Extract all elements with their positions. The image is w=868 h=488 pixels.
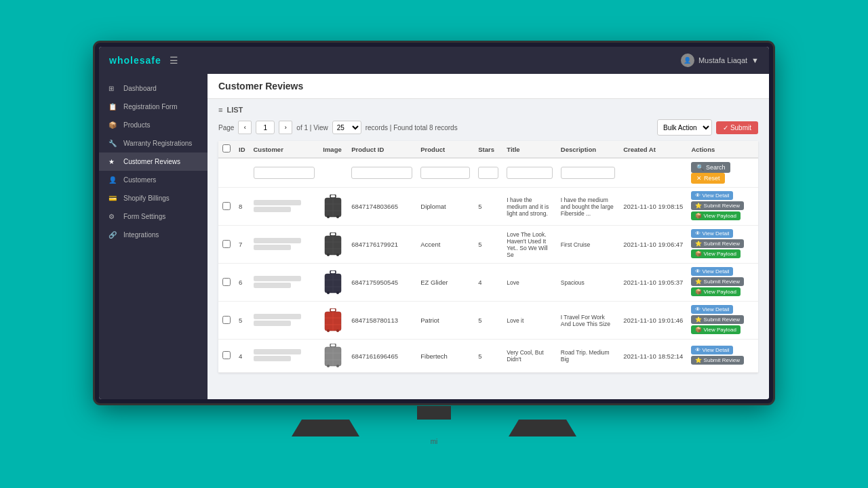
warranty-icon: 🔧 (108, 140, 118, 147)
sidebar-item-warranty[interactable]: 🔧 Warranty Registrations (99, 134, 208, 152)
row-stars: 5 (474, 188, 502, 226)
luggage-svg (323, 344, 342, 368)
tv-brand-label: mi (431, 438, 438, 445)
action-view-detail-button[interactable]: 👁 View Detail (691, 229, 733, 238)
tv-legs (292, 420, 576, 436)
toolbar-right: Bulk Action Delete Approve Reject Submit (657, 119, 758, 136)
product-id-search-input[interactable] (351, 167, 412, 179)
reviews-icon: ★ (108, 158, 118, 165)
svg-point-11 (336, 253, 339, 256)
product-search-input[interactable] (420, 167, 470, 179)
action-view-detail-button[interactable]: 👁 View Detail (691, 267, 733, 276)
toolbar-left: Page ‹ › of 1 | View 25 50 100 (218, 121, 458, 134)
row-checkbox[interactable] (222, 240, 231, 248)
sidebar-item-customers[interactable]: 👤 Customers (99, 171, 208, 189)
top-bar: wholesafe ☰ 👤 Mustafa Liaqat ▼ (99, 47, 769, 74)
row-product: EZ Glider (416, 264, 474, 302)
row-checkbox[interactable] (222, 351, 231, 359)
action-submit-review-button[interactable]: ⭐ Submit Review (691, 277, 744, 286)
table-row: 8 (218, 188, 758, 226)
sidebar-item-products[interactable]: 📦 Products (99, 116, 208, 134)
row-stars: 5 (474, 226, 502, 264)
svg-rect-7 (330, 232, 336, 236)
row-actions: 👁 View Detail⭐ Submit Review📦 View Paylo… (687, 226, 758, 264)
svg-point-3 (327, 216, 330, 218)
dashboard-icon: ⊞ (108, 85, 118, 92)
row-id: 8 (235, 188, 250, 226)
hamburger-icon[interactable]: ☰ (170, 55, 178, 66)
row-id: 6 (235, 264, 250, 302)
search-description-cell (557, 158, 619, 188)
description-search-input[interactable] (561, 167, 615, 179)
svg-rect-28 (330, 344, 336, 347)
action-submit-review-button[interactable]: ⭐ Submit Review (691, 239, 744, 248)
search-title-cell (502, 158, 557, 188)
action-submit-review-button[interactable]: ⭐ Submit Review (691, 201, 744, 210)
action-view-detail-button[interactable]: 👁 View Detail (691, 305, 733, 314)
view-count-select[interactable]: 25 50 100 (332, 121, 361, 134)
stars-search-input[interactable] (478, 167, 498, 179)
tv-stand: mi (95, 406, 773, 445)
row-title: Love The Look. Haven't Used It Yet.. So … (502, 226, 557, 264)
user-avatar: 👤 (681, 54, 694, 67)
toolbar: Page ‹ › of 1 | View 25 50 100 (218, 119, 758, 136)
sidebar-item-shopify-billings[interactable]: 💳 Shopify Billings (99, 189, 208, 207)
row-checkbox[interactable] (222, 202, 231, 210)
page-title: Customer Reviews (218, 81, 303, 92)
sidebar-item-customer-reviews[interactable]: ★ Customer Reviews (99, 152, 208, 171)
customer-blurred-2 (254, 321, 291, 326)
action-view-payload-button[interactable]: 📦 View Payload (691, 211, 741, 220)
row-id: 5 (235, 302, 250, 340)
row-customer (250, 264, 319, 302)
submit-button[interactable]: Submit (716, 121, 758, 134)
row-title: Love (502, 264, 557, 302)
bulk-action-select[interactable]: Bulk Action Delete Approve Reject (657, 119, 712, 136)
sidebar-item-registration-form[interactable]: 📋 Registration Form (99, 98, 208, 116)
search-button[interactable]: 🔍 Search (691, 162, 730, 173)
search-id-cell (235, 158, 250, 188)
product-image (323, 232, 343, 258)
customer-search-input[interactable] (254, 167, 315, 179)
col-actions: Actions (687, 141, 758, 158)
reset-button[interactable]: ✕ Reset (691, 173, 725, 184)
action-view-detail-button[interactable]: 👁 View Detail (691, 191, 733, 200)
svg-point-31 (327, 365, 330, 367)
sidebar-item-dashboard[interactable]: ⊞ Dashboard (99, 79, 208, 98)
search-actions-cell: 🔍 Search ✕ Reset (687, 158, 758, 188)
row-product: Accent (416, 226, 474, 264)
select-all-checkbox[interactable] (222, 144, 231, 152)
action-view-payload-button[interactable]: 📦 View Payload (691, 287, 741, 296)
row-customer (250, 226, 319, 264)
sidebar-label-customer-reviews: Customer Reviews (123, 158, 180, 165)
sidebar-label-customers: Customers (123, 176, 156, 184)
sidebar-label-form-settings: Form Settings (123, 213, 165, 220)
customers-icon: 👤 (108, 176, 118, 184)
row-description: Road Trip. Medium Big (557, 340, 619, 373)
luggage-svg (323, 270, 342, 295)
row-checkbox[interactable] (222, 278, 231, 286)
action-view-payload-button[interactable]: 📦 View Payload (691, 325, 741, 334)
customer-blurred-2 (254, 283, 291, 288)
top-bar-right: 👤 Mustafa Liaqat ▼ (681, 54, 759, 67)
action-view-payload-button[interactable]: 📦 View Payload (691, 249, 741, 258)
action-submit-review-button[interactable]: ⭐ Submit Review (691, 356, 744, 365)
customer-blurred-1 (254, 349, 301, 354)
sidebar-item-form-settings[interactable]: ⚙ Form Settings (99, 207, 208, 226)
action-submit-review-button[interactable]: ⭐ Submit Review (691, 315, 744, 324)
row-checkbox-cell (218, 302, 235, 340)
app-logo: wholesafe (109, 55, 161, 66)
sidebar-item-integrations[interactable]: 🔗 Integrations (99, 226, 208, 244)
row-checkbox[interactable] (222, 316, 231, 324)
product-image (323, 194, 343, 220)
tv-leg-left (292, 420, 359, 436)
user-dropdown-icon[interactable]: ▼ (751, 56, 759, 64)
row-created-at: 2021-11-10 19:01:46 (619, 302, 687, 340)
product-image (323, 270, 343, 296)
title-search-input[interactable] (507, 167, 553, 179)
next-page-button[interactable]: › (279, 121, 292, 134)
action-view-detail-button[interactable]: 👁 View Detail (691, 346, 733, 354)
list-label-text: LIST (226, 106, 243, 114)
page-number-input[interactable] (256, 121, 275, 134)
svg-rect-0 (330, 195, 336, 198)
prev-page-button[interactable]: ‹ (238, 121, 252, 134)
